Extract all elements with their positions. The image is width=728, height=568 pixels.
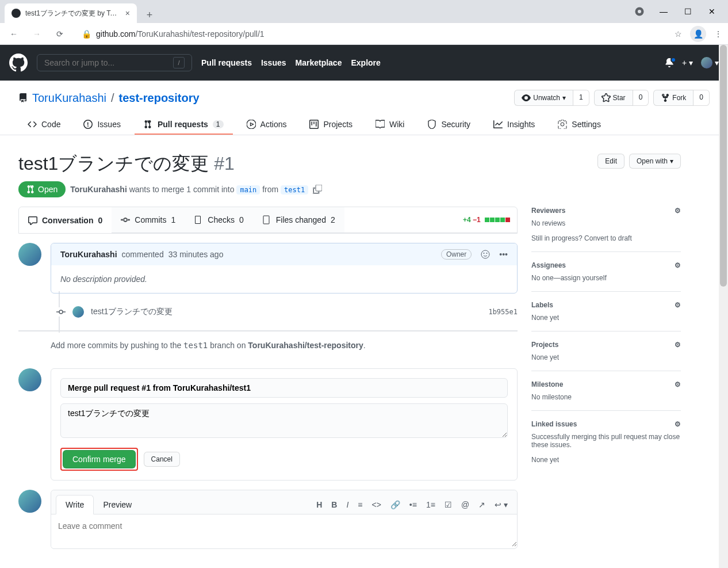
scrollbar[interactable] — [719, 45, 728, 563]
base-branch[interactable]: main — [236, 185, 260, 195]
back-button[interactable]: ← — [6, 26, 22, 42]
commit-sha[interactable]: 1b955e1 — [488, 308, 518, 316]
mention-icon[interactable]: @ — [461, 500, 469, 509]
task-list-icon[interactable]: ☑ — [445, 500, 452, 509]
tab-issues[interactable]: Issues — [74, 115, 129, 135]
reply-icon[interactable]: ↩ ▾ — [495, 500, 508, 509]
new-tab-button[interactable]: + — [141, 7, 158, 23]
comment-textarea[interactable] — [51, 514, 517, 547]
number-list-icon[interactable]: 1≡ — [426, 500, 435, 509]
create-new-dropdown[interactable]: + ▾ — [682, 58, 693, 67]
tab-actions[interactable]: Actions — [237, 115, 296, 135]
bullet-list-icon[interactable]: •≡ — [409, 500, 417, 509]
user-menu[interactable]: ▾ — [701, 57, 719, 68]
comment-time[interactable]: 33 minutes ago — [168, 250, 224, 259]
forward-button[interactable]: → — [29, 26, 45, 42]
tab-commits[interactable]: Commits1 — [112, 207, 185, 233]
confirm-merge-highlight: Confirm merge — [60, 448, 138, 471]
tab-pulls[interactable]: Pull requests1 — [135, 115, 233, 135]
reviewers-gear-icon[interactable]: ⚙ — [675, 207, 681, 215]
confirm-merge-button[interactable]: Confirm merge — [63, 450, 136, 468]
comment-author-avatar[interactable] — [18, 490, 41, 513]
repo-name-link[interactable]: test-repository — [119, 92, 200, 105]
browser-tab-strip: test1ブランチでの変更 by ToruKura… × + — ☐ ✕ — [0, 0, 728, 23]
open-with-button[interactable]: Open with ▾ — [629, 154, 681, 169]
assignees-gear-icon[interactable]: ⚙ — [675, 261, 681, 269]
copy-icon[interactable] — [313, 185, 322, 194]
merge-title-input[interactable] — [60, 378, 508, 398]
minimize-button[interactable]: — — [656, 3, 672, 20]
comment-author[interactable]: ToruKurahashi — [60, 250, 117, 259]
url-path: /ToruKurahashi/test-repository/pull/1 — [135, 29, 264, 39]
merge-message-input[interactable]: test1ブランチでの変更 — [60, 403, 508, 438]
kebab-icon[interactable]: ••• — [499, 250, 508, 259]
tab-projects[interactable]: Projects — [300, 115, 362, 135]
emoji-icon[interactable] — [481, 250, 490, 259]
browser-tab[interactable]: test1ブランチでの変更 by ToruKura… × — [5, 3, 137, 23]
committer-avatar[interactable] — [72, 306, 84, 318]
link-icon[interactable]: 🔗 — [390, 500, 400, 509]
fork-count[interactable]: 0 — [693, 90, 710, 106]
star-button[interactable]: Star — [594, 90, 633, 106]
bold-icon[interactable]: B — [331, 500, 337, 509]
assign-yourself[interactable]: No one—assign yourself — [531, 274, 681, 282]
url-bar[interactable]: 🔒 github.com/ToruKurahashi/test-reposito… — [75, 25, 668, 43]
browser-menu-icon[interactable]: ⋮ — [714, 29, 722, 39]
search-box[interactable]: / — [37, 54, 192, 71]
sidebar-reviewers: Reviewers⚙ No reviews Still in progress?… — [531, 207, 681, 252]
heading-icon[interactable]: H — [316, 500, 322, 509]
pr-state-badge: Open — [18, 181, 66, 197]
tab-checks[interactable]: Checks0 — [185, 207, 252, 233]
watch-count[interactable]: 1 — [573, 90, 589, 106]
close-window-button[interactable]: ✕ — [704, 3, 720, 20]
tab-close-icon[interactable]: × — [125, 9, 130, 18]
fork-button[interactable]: Fork — [653, 90, 693, 106]
repo-owner-link[interactable]: ToruKurahashi — [32, 92, 106, 105]
cancel-merge-button[interactable]: Cancel — [144, 452, 180, 467]
profile-icon[interactable]: 👤 — [690, 26, 706, 42]
tab-conversation[interactable]: Conversation0 — [19, 207, 112, 233]
tab-files[interactable]: Files changed2 — [253, 207, 344, 233]
commit-message[interactable]: test1ブランチでの変更 — [91, 307, 173, 317]
projects-gear-icon[interactable]: ⚙ — [675, 341, 681, 349]
code-icon[interactable]: <> — [371, 500, 381, 509]
repo-head: ToruKurahashi / test-repository Unwatch … — [0, 81, 728, 115]
unwatch-button[interactable]: Unwatch ▾ — [514, 90, 573, 106]
labels-gear-icon[interactable]: ⚙ — [675, 301, 681, 309]
nav-marketplace[interactable]: Marketplace — [296, 58, 342, 67]
sidebar: Reviewers⚙ No reviews Still in progress?… — [531, 207, 681, 549]
pr-author[interactable]: ToruKurahashi — [70, 185, 127, 194]
tab-insights[interactable]: Insights — [484, 115, 544, 135]
incognito-icon[interactable] — [631, 3, 647, 20]
notifications-button[interactable] — [665, 58, 674, 67]
star-url-icon[interactable]: ☆ — [675, 29, 682, 39]
author-avatar[interactable] — [18, 243, 41, 266]
nav-explore[interactable]: Explore — [351, 58, 380, 67]
star-count[interactable]: 0 — [633, 90, 649, 106]
linked-gear-icon[interactable]: ⚙ — [675, 420, 681, 428]
search-input[interactable] — [44, 58, 173, 67]
tab-wiki[interactable]: Wiki — [366, 115, 413, 135]
preview-tab[interactable]: Preview — [94, 495, 141, 514]
quote-icon[interactable]: ≡ — [358, 500, 362, 509]
reload-button[interactable]: ⟳ — [52, 26, 68, 42]
tab-settings[interactable]: Settings — [549, 115, 610, 135]
pr-description-box: ToruKurahashi commented 33 minutes ago O… — [51, 243, 518, 293]
nav-issues[interactable]: Issues — [261, 58, 286, 67]
edit-pr-button[interactable]: Edit — [597, 154, 624, 169]
tab-code[interactable]: Code — [18, 115, 70, 135]
milestone-gear-icon[interactable]: ⚙ — [675, 380, 681, 388]
play-icon — [247, 120, 256, 129]
head-branch[interactable]: test1 — [281, 185, 308, 195]
italic-icon[interactable]: I — [346, 500, 348, 509]
scroll-thumb[interactable] — [720, 45, 727, 287]
maximize-button[interactable]: ☐ — [680, 3, 696, 20]
nav-pull-requests[interactable]: Pull requests — [201, 58, 252, 67]
github-logo[interactable] — [9, 54, 28, 72]
merge-author-avatar[interactable] — [18, 368, 41, 391]
tab-security[interactable]: Security — [418, 115, 480, 135]
convert-to-draft[interactable]: Still in progress? Convert to draft — [531, 234, 681, 242]
write-tab[interactable]: Write — [56, 495, 94, 514]
svg-point-1 — [638, 10, 641, 13]
cross-ref-icon[interactable]: ↗ — [478, 500, 485, 509]
